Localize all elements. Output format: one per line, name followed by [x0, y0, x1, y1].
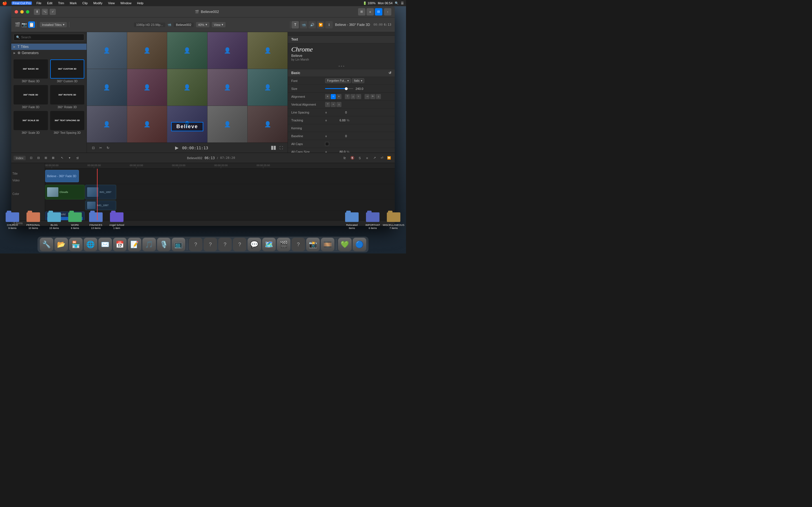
close-button[interactable]: [15, 10, 18, 13]
share-icon[interactable]: ↑: [384, 8, 391, 15]
template-360-rotate[interactable]: 360° ROTATE 3D 360° Rotate 3D: [50, 85, 85, 108]
fullscreen-button[interactable]: [26, 10, 29, 13]
dock-question-1[interactable]: ?: [189, 238, 202, 251]
search-box[interactable]: 🔍 Search: [13, 34, 84, 41]
align-top-btn[interactable]: ⊤: [345, 94, 350, 99]
view-list-icon[interactable]: ≡: [366, 8, 374, 15]
desktop-icon-church[interactable]: CHURCH9 items: [2, 209, 22, 231]
timeline-skip-fwd-btn[interactable]: ⊵: [341, 155, 348, 161]
preview-aspect-btn[interactable]: ⊡: [90, 145, 96, 151]
timeline-index-btn[interactable]: Index: [13, 156, 26, 160]
dock-app-store[interactable]: 🏪: [69, 238, 83, 251]
desktop-icon-angel-school[interactable]: Angel School1 item: [107, 209, 127, 231]
align-right-btn[interactable]: ≡: [336, 94, 342, 99]
dock-podcast[interactable]: 🎙️: [157, 238, 170, 251]
timeline-attach-btn[interactable]: ↗: [371, 155, 378, 161]
dock-question-4[interactable]: ?: [233, 238, 246, 251]
vert-top-btn[interactable]: ⊤: [325, 102, 330, 107]
timeline-solo-btn[interactable]: S: [356, 155, 363, 161]
template-360-scale[interactable]: 360° SCALE 3D 360° Scale 3D: [13, 111, 48, 134]
dock-chrome[interactable]: 🔵: [353, 238, 366, 251]
download-icon[interactable]: ⬇: [34, 9, 40, 15]
desktop-icon-blog[interactable]: BLOG15 items: [44, 209, 64, 231]
dock-photos[interactable]: 📸: [306, 238, 320, 251]
titles-icon[interactable]: 📋: [28, 21, 35, 28]
timeline-back-btn[interactable]: ⏎: [378, 155, 385, 161]
preview-loop-btn[interactable]: ↻: [105, 145, 111, 151]
dock-mail[interactable]: ✉️: [98, 238, 112, 251]
all-caps-checkbox[interactable]: [325, 142, 329, 146]
align-left-btn[interactable]: ≡: [325, 94, 330, 99]
desktop-icon-finances[interactable]: FINANCES13 items: [86, 209, 106, 231]
desktop-icon-work[interactable]: WORK6 items: [65, 209, 85, 231]
reset-basic-icon[interactable]: ↺: [389, 71, 391, 75]
timeline-fwd-btn[interactable]: ⏩: [386, 155, 393, 161]
dock-notes[interactable]: 📝: [128, 238, 141, 251]
apple-menu[interactable]: 🍎: [2, 1, 7, 5]
timeline-view-btn-1[interactable]: ⊡: [28, 155, 35, 161]
video-inspector-btn[interactable]: 📹: [300, 21, 307, 29]
view-inspector-icon[interactable]: ⊟: [375, 8, 382, 15]
vert-center-btn[interactable]: +: [331, 102, 336, 107]
tree-item-titles[interactable]: ▶ T Titles: [11, 44, 87, 50]
filter-inspector-btn[interactable]: 🔽: [317, 21, 324, 29]
dock-question-3[interactable]: ?: [218, 238, 232, 251]
fcpx-icon[interactable]: 🎬: [15, 22, 20, 27]
media-import-icon[interactable]: 📷: [21, 22, 27, 27]
zoom-dropdown[interactable]: 40% ▾: [196, 22, 209, 27]
menu-clip[interactable]: Clip: [81, 1, 89, 5]
basic-section-header[interactable]: Basic ↺: [288, 69, 395, 77]
dock-finder[interactable]: 📂: [54, 238, 68, 251]
audio-inspector-btn[interactable]: 🔊: [308, 21, 316, 29]
template-360-text-spacing[interactable]: 360° TEXT SPACING 3D 360° Text Spacing 3…: [50, 111, 85, 134]
dock-whatsapp[interactable]: 💚: [338, 238, 352, 251]
dock-music[interactable]: 🎵: [142, 238, 156, 251]
timeline-audio-btn[interactable]: 🔇: [349, 155, 356, 161]
menu-window[interactable]: Window: [119, 1, 133, 5]
preview-marker-btn[interactable]: ✂: [98, 145, 104, 151]
play-button[interactable]: ▶: [174, 145, 180, 151]
view-dropdown[interactable]: View ▾: [212, 22, 226, 27]
desktop-icon-misc[interactable]: MISCELLANEOUS7 items: [384, 209, 404, 231]
timeline-view-btn-2[interactable]: ⊟: [35, 155, 42, 161]
video-clip-1[interactable]: Clouds: [45, 185, 85, 200]
desktop-icon-relocated[interactable]: Relocated Items: [342, 209, 362, 231]
timeline-skip-back-btn[interactable]: ⊴: [74, 155, 81, 161]
dock-question-5[interactable]: ?: [292, 238, 305, 251]
dock-messages[interactable]: 💬: [248, 238, 261, 251]
installed-titles-dropdown[interactable]: Installed Titles ▾: [40, 22, 67, 27]
menu-view[interactable]: View: [107, 1, 116, 5]
align-justify-btn[interactable]: ⊦: [356, 94, 361, 99]
dock-maps[interactable]: 🗺️: [262, 238, 276, 251]
font-style-selector[interactable]: Italic ▾: [352, 78, 364, 83]
menu-help[interactable]: Help: [136, 1, 145, 5]
align-opt3-btn[interactable]: ⊥: [376, 94, 381, 99]
template-360-custom[interactable]: 360° CUSTOM 3D 360° Custom 3D: [50, 59, 85, 83]
timeline-playhead[interactable]: [97, 169, 98, 220]
desktop-icon-important[interactable]: IMPORTANT6 items: [363, 209, 383, 231]
timeline-clip-btn[interactable]: ≡: [364, 155, 370, 161]
menu-app[interactable]: Final Cut Pro: [11, 1, 32, 5]
template-360-basic[interactable]: 360° BASIC 3D 360° Basic 3D: [13, 59, 48, 83]
font-selector[interactable]: Forgotten Fut... ▾: [325, 78, 351, 83]
align-opt1-btn[interactable]: ⊣: [364, 94, 370, 99]
menu-modify[interactable]: Modify: [92, 1, 103, 5]
key-icon[interactable]: ⌥: [42, 9, 48, 15]
menu-notification-icon[interactable]: ☰: [401, 1, 404, 5]
template-360-fade[interactable]: 360° FADE 3D 360° Fade 3D: [13, 85, 48, 108]
dock-imovie[interactable]: 🎞️: [321, 238, 335, 251]
size-slider[interactable]: [325, 88, 353, 89]
align-center-btn[interactable]: ≡: [331, 94, 336, 99]
timeline-view-btn-3[interactable]: ⊞: [43, 155, 49, 161]
check-icon[interactable]: ✓: [50, 9, 56, 15]
fullscreen-preview-btn[interactable]: ⛶: [278, 145, 284, 151]
tree-item-generators[interactable]: ▶ ⚙ Generators: [11, 50, 87, 56]
menu-trim[interactable]: Trim: [57, 1, 65, 5]
menu-file[interactable]: File: [35, 1, 43, 5]
video-clip-2[interactable]: IMG_1897: [85, 185, 116, 200]
timeline-select-btn[interactable]: ↖: [59, 155, 66, 161]
dock-fcpx[interactable]: 🎬: [277, 238, 290, 251]
vert-bottom-btn[interactable]: ⊥: [336, 102, 342, 107]
dock-system-prefs[interactable]: 🔧: [40, 238, 53, 251]
align-opt2-btn[interactable]: ⊢: [370, 94, 375, 99]
